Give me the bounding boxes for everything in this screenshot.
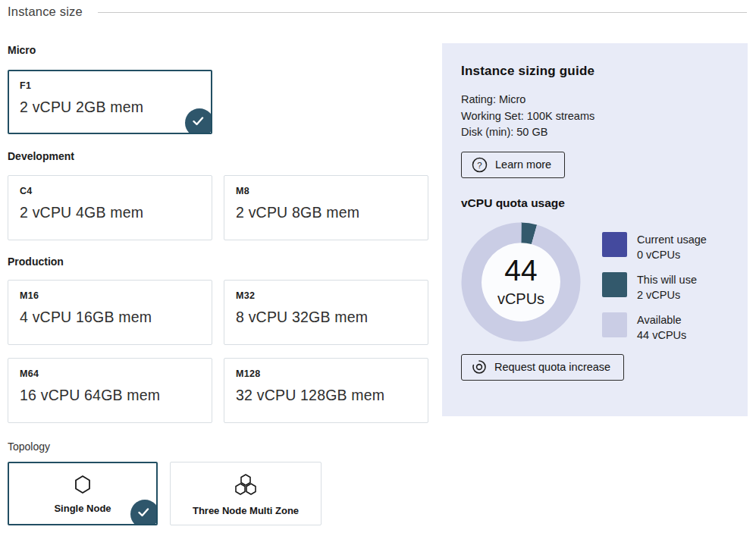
size-card-c4[interactable]: C4 2 vCPU 4GB mem <box>8 175 212 240</box>
help-circle-icon: ? <box>472 157 488 173</box>
size-card-spec: 2 vCPU 4GB mem <box>20 204 200 221</box>
size-card-spec: 2 vCPU 8GB mem <box>236 204 416 221</box>
vcpu-quota-chart: 44 vCPUs Current usage 0 vCPUs <box>461 222 729 343</box>
legend-value: 0 vCPUs <box>637 247 707 262</box>
size-card-code: M64 <box>20 368 200 379</box>
size-card-f1[interactable]: F1 2 vCPU 2GB mem <box>8 70 212 134</box>
legend-swatch-this-will-use <box>602 272 627 297</box>
size-card-code: C4 <box>20 186 200 196</box>
single-hexagon-icon <box>74 475 92 494</box>
size-card-code: M128 <box>236 368 416 379</box>
section-label-development: Development <box>8 150 442 162</box>
size-card-spec: 32 vCPU 128GB mem <box>236 387 416 404</box>
instance-size-page: Instance size Micro F1 2 vCPU 2GB mem De… <box>0 0 756 533</box>
legend-item-available: Available 44 vCPUs <box>602 312 707 343</box>
learn-more-button[interactable]: ? Learn more <box>461 152 565 178</box>
guide-title: Instance sizing guide <box>461 64 729 79</box>
svg-text:?: ? <box>477 160 482 169</box>
size-card-spec: 8 vCPU 32GB mem <box>236 309 416 326</box>
selected-check-badge <box>130 500 158 525</box>
quota-gauge-icon <box>472 359 487 375</box>
topology-label: Single Node <box>54 503 111 514</box>
chart-legend: Current usage 0 vCPUs This will use 2 vC… <box>602 232 707 343</box>
size-card-m64[interactable]: M64 16 vCPU 64GB mem <box>8 358 212 423</box>
size-card-code: M8 <box>236 186 416 196</box>
legend-value: 2 vCPUs <box>637 287 697 303</box>
page-header: Instance size <box>0 0 756 18</box>
legend-name: Current usage <box>637 232 707 247</box>
request-quota-label: Request quota increase <box>494 361 610 373</box>
topology-options: Single Node Three Node Multi Zone <box>8 462 442 525</box>
instance-sizing-guide-panel: Instance sizing guide Rating: Micro Work… <box>442 43 748 416</box>
size-card-code: F1 <box>20 80 200 91</box>
section-label-micro: Micro <box>8 44 442 56</box>
vcpu-quota-usage-title: vCPU quota usage <box>461 196 729 210</box>
content: Micro F1 2 vCPU 2GB mem Development C4 2… <box>0 18 756 525</box>
request-quota-increase-button[interactable]: Request quota increase <box>461 354 624 381</box>
guide-disk-min: Disk (min): 50 GB <box>461 124 729 141</box>
guide-info: Rating: Micro Working Set: 100K streams … <box>461 92 729 141</box>
section-label-topology: Topology <box>8 441 442 453</box>
production-cards: M16 4 vCPU 16GB mem M32 8 vCPU 32GB mem … <box>8 280 442 423</box>
legend-value: 44 vCPUs <box>637 328 686 343</box>
header-divider <box>98 12 747 13</box>
three-hexagons-icon <box>232 474 259 497</box>
selected-check-badge <box>185 108 212 134</box>
size-card-code: M32 <box>236 290 416 301</box>
legend-swatch-available <box>602 312 627 337</box>
size-card-m8[interactable]: M8 2 vCPU 8GB mem <box>224 175 428 240</box>
development-cards: C4 2 vCPU 4GB mem M8 2 vCPU 8GB mem <box>8 175 442 240</box>
legend-name: This will use <box>637 272 697 287</box>
page-title: Instance size <box>8 5 83 19</box>
size-card-m16[interactable]: M16 4 vCPU 16GB mem <box>8 280 212 345</box>
micro-cards: F1 2 vCPU 2GB mem <box>8 70 442 134</box>
size-selection-column: Micro F1 2 vCPU 2GB mem Development C4 2… <box>8 18 442 525</box>
section-label-production: Production <box>8 256 442 268</box>
size-card-m128[interactable]: M128 32 vCPU 128GB mem <box>224 358 428 423</box>
legend-name: Available <box>637 312 686 328</box>
size-card-code: M16 <box>20 290 200 301</box>
topology-label: Three Node Multi Zone <box>193 505 299 516</box>
guide-working-set: Working Set: 100K streams <box>461 108 729 125</box>
check-icon <box>138 508 149 517</box>
size-card-m32[interactable]: M32 8 vCPU 32GB mem <box>224 280 428 345</box>
vcpu-donut-chart: 44 vCPUs <box>461 222 581 342</box>
size-card-spec: 16 vCPU 64GB mem <box>20 387 200 404</box>
size-card-spec: 4 vCPU 16GB mem <box>20 309 200 326</box>
topology-card-three-node-multi-zone[interactable]: Three Node Multi Zone <box>170 462 322 525</box>
vcpu-donut <box>461 222 581 342</box>
topology-card-single-node[interactable]: Single Node <box>8 462 158 525</box>
learn-more-label: Learn more <box>495 158 551 171</box>
guide-rating: Rating: Micro <box>461 92 729 108</box>
legend-item-this-will-use: This will use 2 vCPUs <box>602 272 707 303</box>
check-icon <box>193 117 204 126</box>
legend-swatch-current-usage <box>602 232 627 257</box>
size-card-spec: 2 vCPU 2GB mem <box>20 99 200 116</box>
legend-item-current-usage: Current usage 0 vCPUs <box>602 232 707 262</box>
